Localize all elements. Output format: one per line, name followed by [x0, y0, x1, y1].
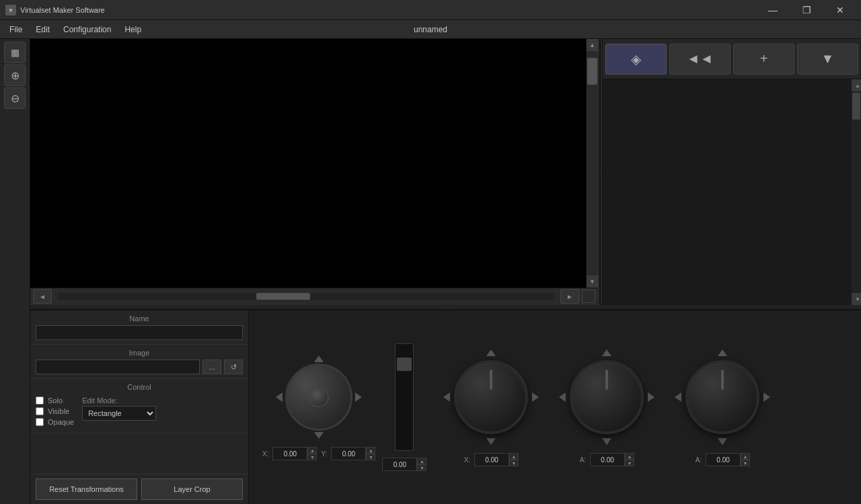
joystick-up-arrow[interactable] [314, 355, 324, 362]
right-panel-scrollbar[interactable]: ▲ ▼ [852, 79, 861, 305]
scroll-handle-h[interactable] [256, 293, 310, 300]
canvas-options-button[interactable] [582, 290, 595, 303]
right-scroll-track[interactable] [852, 91, 861, 293]
menu-file[interactable]: File [3, 22, 29, 37]
x-spin-up[interactable]: ▲ [307, 447, 317, 454]
scroll-down-button[interactable]: ▼ [587, 276, 599, 288]
image-section: Image ... ↺ [30, 345, 248, 379]
knob2-down-arrow[interactable] [602, 438, 611, 445]
visible-item: Visible [36, 407, 74, 415]
down-icon: ▼ [821, 51, 835, 67]
reset-image-button[interactable]: ↺ [224, 360, 243, 374]
menu-help[interactable]: Help [118, 22, 148, 37]
canvas-prev-button[interactable]: ◄ [33, 289, 52, 304]
scroll-up-icon: ▲ [589, 42, 595, 48]
joystick-down-arrow[interactable] [314, 432, 324, 439]
opaque-checkbox[interactable] [36, 418, 44, 426]
back-button[interactable]: ◄◄ [669, 44, 731, 75]
knob3-a-down[interactable]: ▼ [741, 460, 750, 466]
right-scroll-down[interactable]: ▼ [852, 293, 861, 305]
solo-checkbox[interactable] [36, 396, 44, 405]
knob1-circle[interactable] [454, 360, 528, 434]
right-scroll-handle[interactable] [852, 93, 860, 120]
joystick-circle[interactable] [285, 364, 352, 431]
knob3-down-arrow[interactable] [718, 438, 727, 445]
close-button[interactable]: ✕ [825, 0, 856, 20]
name-input[interactable] [36, 325, 243, 340]
x-spin-down[interactable]: ▼ [307, 454, 317, 460]
knob2-right-arrow[interactable] [648, 392, 654, 402]
right-bottom-panel: X: ▲ ▼ Y: [249, 310, 861, 504]
vertical-slider[interactable] [395, 343, 414, 451]
y-input[interactable] [331, 447, 366, 460]
knob3-circle[interactable] [685, 360, 759, 434]
browse-button[interactable]: ... [202, 360, 221, 374]
knob3-a-input[interactable] [706, 453, 741, 466]
y-spin-up[interactable]: ▲ [366, 447, 375, 454]
x-label: X: [262, 450, 268, 458]
slider-spin-down[interactable]: ▼ [417, 464, 426, 471]
joystick-left-arrow[interactable] [276, 392, 283, 402]
knob1-left-arrow[interactable] [443, 392, 450, 402]
knob1-up-arrow[interactable] [486, 349, 496, 356]
window-controls: — ❐ ✕ [757, 0, 856, 20]
restore-button[interactable]: ❐ [791, 0, 822, 20]
action-buttons-row: Reset Transformations Layer Crop [30, 474, 248, 504]
x-input-wrap: ▲ ▼ [272, 447, 317, 460]
chart-button[interactable]: ▦ [4, 42, 26, 63]
knob1-x-down[interactable]: ▼ [509, 460, 519, 466]
reset-transformations-button[interactable]: Reset Transformations [36, 478, 137, 500]
knob2-circle[interactable] [570, 360, 644, 434]
canvas-scroll-horizontal[interactable] [57, 293, 555, 300]
knob3-a-label: A: [696, 456, 702, 464]
knob2-a-input[interactable] [590, 453, 625, 466]
knob1-down-arrow[interactable] [486, 438, 496, 445]
add-button[interactable]: + [733, 44, 794, 75]
vertical-slider-thumb[interactable] [397, 358, 412, 371]
project-title: unnamed [414, 25, 447, 34]
knob3-up-arrow[interactable] [718, 349, 727, 356]
next-icon: ► [566, 293, 573, 300]
visible-checkbox[interactable] [36, 407, 44, 415]
zoom-out-button[interactable]: ⊖ [4, 87, 26, 109]
zoom-in-button[interactable]: ⊕ [4, 65, 26, 86]
knob2-a-label: A: [580, 456, 586, 464]
knob1-x-input[interactable] [474, 453, 509, 466]
right-panel-toolbar: ◈ ◄◄ + ▼ [603, 39, 861, 79]
knob2-up-arrow[interactable] [602, 349, 611, 356]
knob3-inputs: A: ▲ ▼ [696, 449, 750, 466]
slider-spin-up[interactable]: ▲ [417, 458, 426, 464]
opaque-label: Opaque [48, 418, 74, 426]
joystick-container [276, 354, 362, 440]
y-spin-down[interactable]: ▼ [366, 454, 375, 460]
knob2-a-down[interactable]: ▼ [625, 460, 634, 466]
knob1-x-up[interactable]: ▲ [509, 453, 519, 460]
layers-button[interactable]: ◈ [605, 44, 667, 75]
layer-crop-button[interactable]: Layer Crop [141, 478, 243, 500]
scroll-up-button[interactable]: ▲ [587, 39, 599, 51]
knob1-right-arrow[interactable] [532, 392, 539, 402]
knob2-left-arrow[interactable] [559, 392, 566, 402]
menu-configuration[interactable]: Configuration [57, 22, 118, 37]
knob3-left-arrow[interactable] [675, 392, 681, 402]
right-scroll-up[interactable]: ▲ [852, 79, 861, 91]
titlebar: ★ Virtualset Maker Software — ❐ ✕ [0, 0, 861, 20]
scroll-track-v[interactable] [587, 51, 598, 276]
expand-button[interactable]: ▼ [797, 44, 858, 75]
image-input[interactable] [36, 360, 200, 374]
minimize-button[interactable]: — [757, 0, 788, 20]
joystick-right-arrow[interactable] [355, 392, 362, 402]
prev-icon: ◄ [39, 293, 46, 300]
knob2-a-spin: ▲ ▼ [625, 453, 634, 466]
knob3-a-up[interactable]: ▲ [741, 453, 750, 460]
edit-mode-select[interactable]: Rectangle Ellipse Free [82, 406, 156, 421]
knob2-a-up[interactable]: ▲ [625, 453, 634, 460]
canvas-next-button[interactable]: ► [560, 289, 579, 304]
menu-edit[interactable]: Edit [29, 22, 57, 37]
x-input[interactable] [272, 447, 307, 460]
knob3-right-arrow[interactable] [763, 392, 770, 402]
joystick-with-arrows [276, 354, 362, 440]
scroll-handle-v[interactable] [587, 58, 597, 85]
menubar: File Edit Configuration Help unnamed [0, 20, 861, 39]
slider-value-input[interactable] [382, 458, 417, 471]
